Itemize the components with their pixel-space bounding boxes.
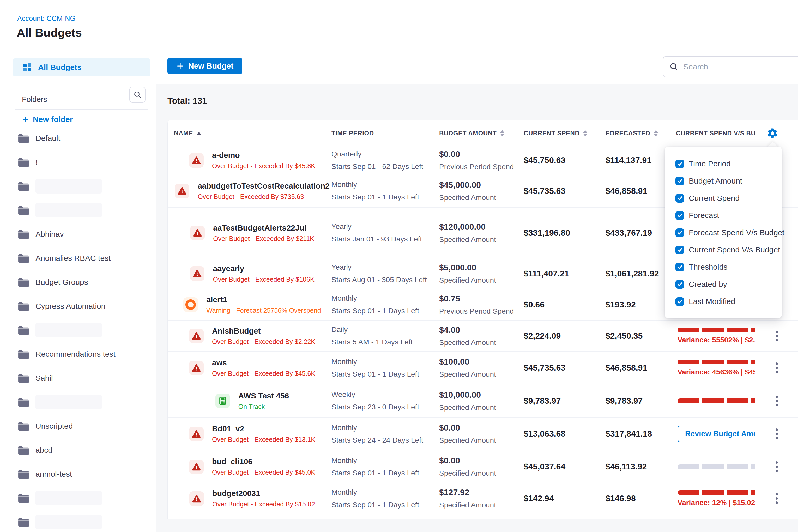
budget-status: Over Budget - Exceeded By $106K [213, 276, 314, 283]
column-toggle-budget-amount[interactable]: Budget Amount [676, 172, 782, 190]
toolbar: New Budget [156, 47, 798, 83]
column-toggle-created-by[interactable]: Created by [676, 276, 782, 293]
new-budget-button[interactable]: New Budget [167, 58, 242, 74]
table-row[interactable]: AnishBudgetOver Budget - Exceeded By $2.… [168, 321, 798, 352]
folder-item-redacted[interactable] [18, 202, 102, 218]
folder-item-abcd[interactable]: abcd [18, 442, 52, 458]
budget-name-cell[interactable]: awsOver Budget - Exceeded By $45.6K [174, 352, 330, 384]
budget-amount-cell: $0.00Previous Period Spend [439, 146, 520, 174]
folder-icon [18, 517, 30, 527]
folder-item-redacted[interactable] [18, 514, 102, 530]
budget-amount-value: $0.00 [439, 456, 520, 466]
row-actions-menu[interactable] [755, 321, 798, 351]
check-icon [677, 178, 683, 184]
budget-name-cell[interactable]: Bd01_v2Over Budget - Exceeded By $13.1K [174, 418, 330, 450]
folder-item-anmol-test[interactable]: anmol-test [18, 466, 72, 482]
warning-triangle-icon [193, 269, 202, 278]
check-icon [677, 281, 683, 287]
folder-item-redacted[interactable] [18, 322, 102, 339]
budget-name-cell[interactable]: bud_cli106Over Budget - Exceeded By $45.… [174, 450, 330, 483]
budget-name-cell[interactable]: aabudgetToTestCostRecalculation2Over Bud… [174, 174, 330, 207]
time-period-detail: Starts Sep 01 - 62 Days Left [331, 163, 436, 171]
folder-label: ! [36, 158, 38, 167]
checkbox-checked[interactable] [676, 177, 684, 185]
table-row[interactable]: budget20031Over Budget - Exceeded By $15… [168, 483, 798, 514]
spend-vs-budget-cell: Variance: 55502% | $2.22K over [676, 321, 755, 351]
checkbox-checked[interactable] [676, 297, 684, 306]
checkbox-checked[interactable] [676, 263, 684, 271]
folder-item-budget-groups[interactable]: Budget Groups [18, 274, 88, 290]
column-toggle-current-spend-v-s-budget[interactable]: Current Spend V/s Budget [676, 241, 782, 259]
warning-triangle-icon [192, 332, 201, 340]
column-header-budget-amount[interactable]: BUDGET AMOUNT [439, 120, 505, 146]
check-icon [677, 298, 683, 305]
folder-item-cypress-automation[interactable]: Cypress Automation [18, 298, 106, 315]
column-header-current-spend[interactable]: CURRENT SPEND [524, 120, 587, 146]
folder-item-redacted[interactable] [18, 394, 102, 411]
account-breadcrumb-link[interactable]: Account: CCM-NG [17, 15, 76, 23]
column-toggle-forecast-spend-v-s-budget[interactable]: Forecast Spend V/s Budget [676, 224, 782, 241]
kebab-menu-icon [776, 362, 778, 373]
budget-amount-cell: $45,000.00Specified Amount [439, 174, 520, 207]
table-row[interactable]: Bd01_v2Over Budget - Exceeded By $13.1KM… [168, 418, 798, 450]
budget-name: AWS Test 456 [239, 392, 289, 400]
budget-name-cell[interactable]: AnishBudgetOver Budget - Exceeded By $2.… [174, 321, 330, 351]
folder-icon [18, 421, 30, 431]
time-period-cell: DailyStarts 5 AM - 1 Days Left [331, 321, 436, 351]
checkbox-checked[interactable] [676, 280, 684, 289]
budget-amount-value: $10,000.00 [439, 390, 520, 400]
checkbox-checked[interactable] [676, 211, 684, 220]
folder-item-sahil[interactable]: Sahil [18, 370, 53, 386]
checkbox-checked[interactable] [676, 194, 684, 203]
sort-icon [583, 130, 587, 136]
time-period-cell: MonthlyStarts Sep 01 - 1 Days Left [331, 450, 436, 483]
column-toggle-time-period[interactable]: Time Period [676, 155, 782, 172]
folder-item-abhinav[interactable]: Abhinav [18, 226, 64, 243]
column-settings-gear-button[interactable] [766, 127, 778, 139]
folder-item-recommendations-test[interactable]: Recommendations test [18, 346, 116, 362]
row-actions-menu[interactable] [755, 352, 798, 384]
budget-name-cell[interactable]: aaTestBudgetAlerts22JulOver Budget - Exc… [174, 208, 330, 258]
column-header-forecasted[interactable]: FORECASTED [606, 120, 658, 146]
folder-item--[interactable]: ! [18, 154, 38, 171]
budget-name-cell[interactable]: alert1Warning - Forecast 25756% Overspen… [174, 289, 330, 320]
table-row[interactable]: awsOver Budget - Exceeded By $45.6KMonth… [168, 352, 798, 384]
folder-label: Abhinav [36, 230, 64, 239]
folder-item-redacted[interactable] [18, 178, 102, 194]
column-header-name[interactable]: NAME [174, 120, 201, 146]
budget-name: aayearly [213, 264, 314, 273]
checkbox-checked[interactable] [676, 228, 684, 237]
budget-name-cell[interactable]: aayearlyOver Budget - Exceeded By $106K [174, 259, 330, 289]
column-toggle-label: Forecast Spend V/s Budget [689, 228, 784, 237]
table-row[interactable]: AWS Test 456On TrackWeeklyStarts Sep 23 … [168, 384, 798, 418]
folder-item-unscripted[interactable]: Unscripted [18, 418, 73, 435]
folder-item-redacted[interactable] [18, 490, 102, 507]
checkbox-checked[interactable] [676, 159, 684, 168]
budget-name-cell[interactable]: a-demoOver Budget - Exceeded By $45.8K [174, 146, 330, 174]
table-row[interactable]: bud_cli106Over Budget - Exceeded By $45.… [168, 450, 798, 483]
budget-amount-value: $120,000.00 [439, 222, 520, 232]
column-header-time-period[interactable]: TIME PERIOD [331, 120, 374, 146]
folder-label: Budget Groups [36, 278, 88, 287]
search-input[interactable] [683, 62, 782, 71]
row-actions-menu[interactable] [755, 418, 798, 450]
warning-triangle-icon [177, 187, 187, 195]
budget-name-cell[interactable]: budget20031Over Budget - Exceeded By $15… [174, 483, 330, 514]
row-actions-menu[interactable] [755, 384, 798, 417]
spend-vs-budget-cell: Review Budget Amount [676, 418, 755, 450]
check-icon [677, 212, 683, 218]
row-actions-menu[interactable] [755, 483, 798, 514]
time-period-cell: MonthlyStarts Sep 01 - 1 Days Left [331, 174, 436, 207]
row-actions-menu[interactable] [755, 450, 798, 483]
column-toggle-forecast[interactable]: Forecast [676, 207, 782, 224]
checkbox-checked[interactable] [676, 246, 684, 254]
folder-item-anomalies-rbac-test[interactable]: Anomalies RBAC test [18, 250, 111, 267]
column-toggle-current-spend[interactable]: Current Spend [676, 190, 782, 207]
budget-name-cell[interactable]: AWS Test 456On Track [174, 384, 330, 417]
review-budget-amount-button[interactable]: Review Budget Amount [678, 425, 755, 442]
column-toggle-last-modified[interactable]: Last Modified [676, 293, 782, 310]
redacted-folder-label [36, 179, 102, 193]
folder-item-default[interactable]: Default [18, 130, 60, 147]
column-settings-menu: Time PeriodBudget AmountCurrent SpendFor… [665, 147, 782, 318]
column-toggle-thresholds[interactable]: Thresholds [676, 259, 782, 276]
